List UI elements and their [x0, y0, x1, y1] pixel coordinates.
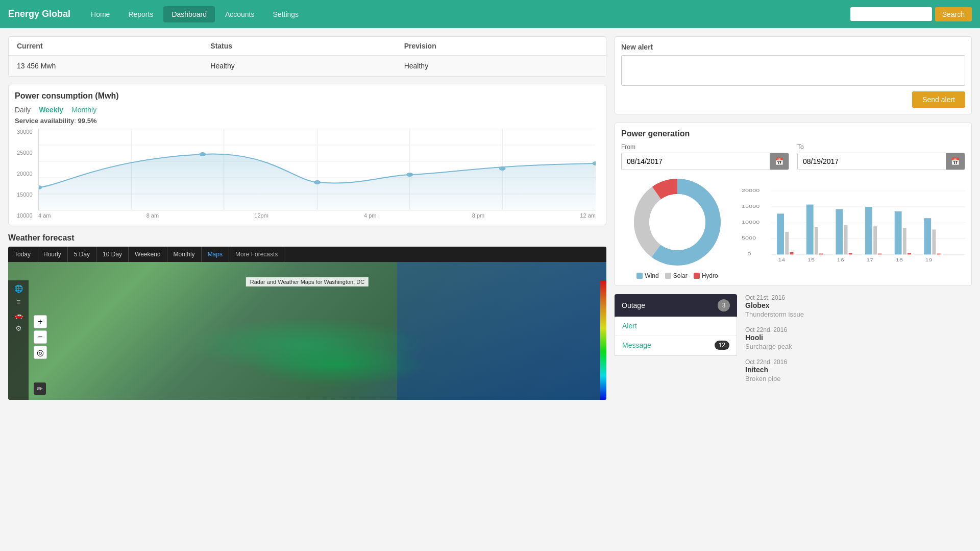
stats-row: 13 456 Mwh Healthy Healthy	[9, 56, 606, 76]
event-2-date: Oct 22nd, 2016	[745, 326, 972, 333]
svg-text:0: 0	[748, 251, 751, 256]
svg-rect-48	[937, 253, 941, 254]
to-calendar-button[interactable]: 📅	[946, 153, 965, 170]
svg-rect-32	[785, 231, 789, 254]
svg-rect-40	[865, 207, 872, 254]
tab-daily[interactable]: Daily	[15, 106, 31, 114]
event-2-desc: Surcharge peak	[745, 343, 972, 350]
stats-table: Current Status Prevision 13 456 Mwh Heal…	[8, 36, 606, 77]
map-tab-hourly[interactable]: Hourly	[37, 247, 68, 262]
donut-legend: Wind Solar Hydro	[636, 272, 718, 279]
zoom-in-button[interactable]: +	[34, 315, 47, 328]
map-tab-more[interactable]: More Forecasts	[229, 247, 284, 262]
map-tab-today[interactable]: Today	[8, 247, 37, 262]
hydro-color	[694, 273, 700, 279]
event-2-company: Hooli	[745, 333, 972, 342]
to-date-input[interactable]	[798, 153, 946, 170]
outage-title: Outage	[622, 301, 645, 309]
svg-rect-43	[895, 211, 902, 254]
nav-home[interactable]: Home	[83, 6, 118, 22]
x-label-1: 8 am	[146, 212, 159, 219]
weather-section-wrapper: Weather forecast Today Hourly 5 Day 10 D…	[8, 233, 606, 400]
zoom-locate-button[interactable]: ◎	[34, 346, 47, 359]
svg-rect-31	[777, 213, 784, 254]
svg-rect-41	[873, 226, 877, 254]
outage-message-count: 12	[715, 341, 729, 350]
consumption-tabs: Daily Weekly Monthly	[15, 106, 600, 114]
event-3-company: Initech	[745, 366, 972, 374]
map-icon-globe[interactable]: 🌐	[12, 282, 25, 295]
event-1-date: Oct 21st, 2016	[745, 294, 972, 301]
map-edit-button[interactable]: ✏	[34, 382, 46, 395]
hydro-label: Hydro	[702, 272, 718, 279]
current-value: 13 456 Mwh	[17, 62, 210, 70]
x-label-0: 4 am	[38, 212, 51, 219]
svg-rect-34	[806, 204, 814, 254]
svg-rect-35	[815, 227, 818, 254]
chart-wrapper: 30000 25000 20000 15000 10000	[38, 129, 596, 219]
weather-section: Today Hourly 5 Day 10 Day Weekend Monthl…	[8, 247, 606, 400]
availability-value: 99.5%	[78, 117, 97, 125]
outage-items: Alert Message 12	[615, 317, 737, 356]
alert-label: New alert	[621, 43, 965, 51]
solar-label: Solar	[673, 272, 688, 279]
col1-header: Current	[17, 42, 210, 50]
navbar: Energy Global Home Reports Dashboard Acc…	[0, 0, 980, 28]
brand-logo: Energy Global	[8, 9, 70, 19]
zoom-out-button[interactable]: −	[34, 330, 47, 344]
search-input[interactable]	[850, 7, 932, 21]
col2-header: Status	[210, 42, 404, 50]
map-tab-maps[interactable]: Maps	[202, 247, 229, 262]
nav-reports[interactable]: Reports	[120, 6, 161, 22]
generation-title: Power generation	[621, 129, 965, 138]
svg-rect-33	[790, 252, 794, 254]
svg-rect-42	[878, 253, 881, 254]
svg-text:17: 17	[866, 257, 873, 262]
line-chart-svg	[39, 129, 596, 210]
outage-message-item[interactable]: Message 12	[615, 336, 737, 355]
event-2: Oct 22nd, 2016 Hooli Surcharge peak	[745, 326, 972, 350]
search-button[interactable]: Search	[935, 7, 972, 21]
map-icon-layers[interactable]: ≡	[14, 296, 22, 308]
generation-section: Power generation From 📅 To 📅	[615, 123, 972, 286]
tab-weekly[interactable]: Weekly	[39, 106, 63, 114]
wind-label: Wind	[645, 272, 658, 279]
to-label: To	[797, 143, 965, 151]
donut-chart-svg	[631, 176, 723, 268]
nav-dashboard[interactable]: Dashboard	[163, 6, 215, 22]
status-value: Healthy	[210, 62, 404, 70]
bar-chart-area: 20000 15000 10000 5000 0	[742, 186, 965, 270]
alert-textarea[interactable]	[621, 55, 965, 86]
map-tab-weekend[interactable]: Weekend	[129, 247, 167, 262]
main-container: Current Status Prevision 13 456 Mwh Heal…	[0, 28, 980, 408]
from-date-input[interactable]	[622, 153, 770, 170]
wind-color	[636, 273, 643, 279]
prevision-value: Healthy	[404, 62, 598, 70]
bottom-right: Outage 3 Alert Message 12 Oct 21st, 2016	[615, 294, 972, 391]
date-range-row: From 📅 To 📅	[621, 143, 965, 170]
svg-text:18: 18	[896, 257, 903, 262]
consumption-section: Power consumption (Mwh) Daily Weekly Mon…	[8, 85, 606, 225]
from-field: From 📅	[621, 143, 789, 170]
tab-monthly[interactable]: Monthly	[71, 106, 96, 114]
send-alert-button[interactable]: Send alert	[912, 91, 965, 108]
svg-rect-36	[819, 253, 823, 254]
nav-settings[interactable]: Settings	[265, 6, 307, 22]
chart-area	[38, 129, 596, 210]
nav-accounts[interactable]: Accounts	[217, 6, 263, 22]
outage-alert-item[interactable]: Alert	[615, 317, 737, 336]
map-icon-settings[interactable]: ⚙	[13, 322, 24, 334]
svg-text:16: 16	[837, 257, 844, 262]
map-tab-5day[interactable]: 5 Day	[68, 247, 96, 262]
from-calendar-button[interactable]: 📅	[770, 153, 789, 170]
svg-rect-46	[924, 218, 931, 254]
map-tab-monthly[interactable]: Monthly	[167, 247, 202, 262]
y-label-1: 25000	[17, 150, 33, 156]
to-input-wrap: 📅	[797, 153, 965, 170]
outage-alert-label: Alert	[622, 322, 637, 330]
availability-label: Service availability	[15, 117, 74, 125]
map-icon-car[interactable]: 🚗	[12, 309, 25, 321]
x-label-5: 12 am	[580, 212, 596, 219]
map-tab-10day[interactable]: 10 Day	[96, 247, 129, 262]
map-overlay: Today Hourly 5 Day 10 Day Weekend Monthl…	[8, 247, 606, 400]
